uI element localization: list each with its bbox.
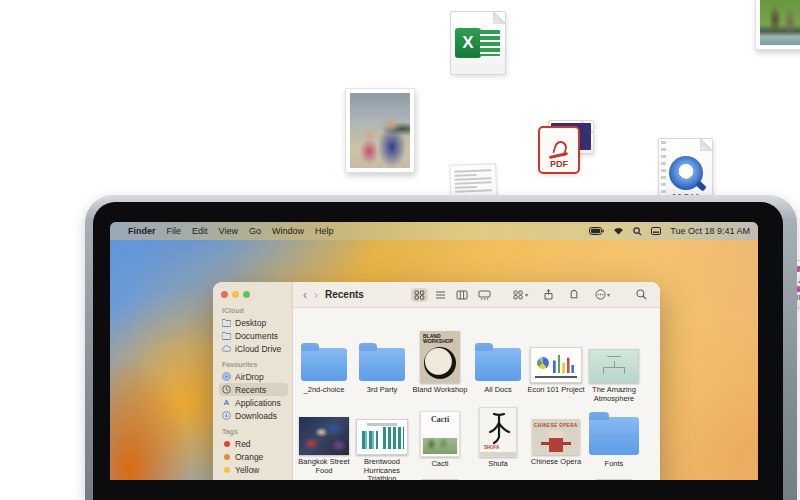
- menu-view[interactable]: View: [219, 226, 238, 236]
- gallery-view-button[interactable]: [475, 288, 494, 302]
- macbook-screen-wallpaper: Finder File Edit View Go Window Help Tue…: [110, 222, 758, 480]
- doc-title: Cacti: [421, 415, 459, 424]
- group-by-button[interactable]: ▾: [510, 288, 531, 302]
- excel-sheet-graphic: [480, 30, 500, 56]
- more-actions-button[interactable]: ▾: [592, 287, 613, 302]
- file-item[interactable]: [412, 477, 468, 480]
- family-photo-image: [350, 93, 410, 168]
- menu-go[interactable]: Go: [249, 226, 261, 236]
- forward-button[interactable]: ›: [314, 289, 318, 301]
- opera-figure-graphic: [549, 430, 563, 452]
- marketing-desktop-scene: { "desktop": { "floating_files": { "exce…: [0, 0, 800, 500]
- bar-group-graphic: [362, 431, 378, 449]
- menu-help[interactable]: Help: [315, 226, 334, 236]
- chevron-down-icon: ▾: [607, 291, 610, 298]
- slide-footer: [535, 376, 577, 378]
- red-tag-dot: [224, 441, 230, 447]
- menu-bar-clock[interactable]: Tue Oct 18 9:41 AM: [670, 226, 750, 236]
- file-item[interactable]: The Amazing Atmosphere: [586, 337, 642, 403]
- menu-finder[interactable]: Finder: [128, 226, 156, 236]
- cloud-icon: [222, 344, 231, 353]
- file-item[interactable]: [528, 477, 584, 480]
- text-line: [455, 186, 477, 188]
- control-center-icon[interactable]: [651, 227, 661, 235]
- poster-thumbnail: BLAND WORKSHOP: [420, 331, 460, 383]
- collage-thumbnail: [596, 479, 632, 480]
- sidebar-section-tags: Tags: [222, 428, 288, 435]
- family-photo-file[interactable]: [345, 88, 415, 173]
- file-name: _2nd-choice: [291, 386, 357, 395]
- share-button[interactable]: [541, 287, 556, 302]
- applications-icon: A: [222, 398, 231, 407]
- slide-header: [367, 423, 397, 426]
- sidebar-tag-yellow[interactable]: Yellow: [219, 463, 288, 476]
- column-view-button[interactable]: [453, 288, 471, 302]
- sidebar-item-label: Applications: [235, 398, 281, 408]
- bar-chart-graphic: [553, 355, 576, 373]
- text-line: [454, 174, 476, 176]
- sidebar-item-icloud-drive[interactable]: iCloud Drive: [219, 342, 288, 355]
- window-controls: [221, 291, 288, 298]
- icon-view-button[interactable]: [411, 288, 428, 302]
- file-item[interactable]: BLAND WORKSHOP Bland Workshop: [412, 331, 468, 395]
- green-tag-dot: [224, 480, 230, 481]
- calligraphy-character-graphic: [487, 413, 511, 445]
- file-item[interactable]: Bangkok Street Food: [296, 409, 352, 475]
- tag-button[interactable]: [566, 288, 582, 302]
- pdf-file-icon[interactable]: PDF: [538, 126, 580, 174]
- sidebar-item-downloads[interactable]: Downloads: [219, 409, 288, 422]
- doc-subtitle: SHUFA: [484, 445, 499, 450]
- file-item[interactable]: _2nd-choice: [296, 337, 352, 395]
- file-name: Fonts: [581, 460, 647, 469]
- sidebar-item-applications[interactable]: A Applications: [219, 396, 288, 409]
- sidebar-item-documents[interactable]: Documents: [219, 329, 288, 342]
- zoom-button[interactable]: [243, 291, 250, 298]
- sidebar-item-desktop[interactable]: Desktop: [219, 316, 288, 329]
- sidebar-tag-orange[interactable]: Orange: [219, 450, 288, 463]
- menu-edit[interactable]: Edit: [192, 226, 208, 236]
- search-button[interactable]: [633, 287, 650, 302]
- minimize-button[interactable]: [232, 291, 239, 298]
- downloads-icon: [222, 411, 231, 420]
- spotlight-search-icon[interactable]: [633, 227, 642, 236]
- battery-icon[interactable]: [589, 227, 604, 235]
- file-item[interactable]: Brentwood Hurricanes Triathlon: [354, 409, 410, 480]
- slide-thumbnail: [530, 347, 582, 383]
- menu-file[interactable]: File: [167, 226, 182, 236]
- finder-window: iCloud Desktop Documents iCloud Drive Fa…: [213, 282, 660, 480]
- menu-window[interactable]: Window: [272, 226, 304, 236]
- file-item[interactable]: [586, 477, 642, 480]
- folder-icon: [589, 417, 639, 455]
- sidebar-item-airdrop[interactable]: AirDrop: [219, 370, 288, 383]
- file-item[interactable]: SHUFA Shufa: [470, 407, 526, 469]
- file-name: Brentwood Hurricanes Triathlon: [349, 458, 415, 480]
- sidebar-tag-red[interactable]: Red: [219, 437, 288, 450]
- excel-x-badge: X: [455, 28, 481, 58]
- sidebar-item-label: Downloads: [235, 411, 277, 421]
- doc-title: CHINESE OPERA: [532, 423, 580, 428]
- back-button[interactable]: ‹: [303, 289, 307, 301]
- file-name: 3rd Party: [349, 386, 415, 395]
- yellow-tag-dot: [224, 467, 230, 473]
- tree-diagram-graphic: [603, 356, 625, 374]
- sidebar-item-recents[interactable]: Recents: [219, 383, 288, 396]
- excel-file-icon[interactable]: X: [450, 11, 506, 75]
- file-name: Shufa: [465, 460, 531, 469]
- file-item[interactable]: Econ 101 Project: [528, 337, 584, 395]
- file-item[interactable]: Cacti Cacti: [412, 411, 468, 469]
- file-item[interactable]: All Docs: [470, 337, 526, 395]
- list-view-button[interactable]: [432, 288, 449, 302]
- sidebar-item-label: Recents: [235, 385, 266, 395]
- file-item[interactable]: CHINESE OPERA Chinese Opera: [528, 409, 584, 467]
- sidebar-section-favourites: Favourites: [222, 361, 288, 368]
- sidebar-tag-green[interactable]: Green: [219, 476, 288, 480]
- chevron-down-icon: ▾: [525, 291, 528, 298]
- file-item[interactable]: 3rd Party: [354, 337, 410, 395]
- folder-icon: [222, 318, 231, 327]
- pool-photo-file[interactable]: [755, 0, 800, 50]
- folder-icon: [222, 331, 231, 340]
- file-item[interactable]: Fonts: [586, 405, 642, 469]
- wifi-icon[interactable]: [613, 227, 624, 235]
- close-button[interactable]: [221, 291, 228, 298]
- sidebar-item-label: Documents: [235, 331, 278, 341]
